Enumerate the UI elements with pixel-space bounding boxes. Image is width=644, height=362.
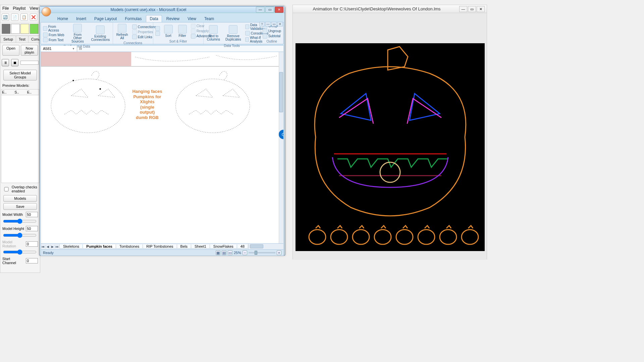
model-rotation-input[interactable] bbox=[26, 241, 38, 247]
tab-prev-button[interactable]: ◀ bbox=[46, 245, 50, 248]
from-text-button[interactable]: From Text bbox=[42, 38, 66, 42]
save-button[interactable]: Save bbox=[3, 203, 37, 210]
preview-models-table[interactable]: E.. S.. E.. bbox=[1, 89, 39, 183]
model-height-label: Model Height bbox=[2, 227, 24, 231]
office-button[interactable] bbox=[42, 7, 51, 16]
from-web-button[interactable]: From Web bbox=[42, 33, 66, 37]
ungroup-button[interactable]: Ungroup bbox=[262, 29, 282, 34]
zoom-value: 25% bbox=[234, 251, 241, 255]
tab-test[interactable]: Test bbox=[16, 36, 29, 43]
model-width-slider[interactable] bbox=[3, 219, 37, 224]
horizontal-scrollbar[interactable] bbox=[248, 244, 283, 249]
ribbon-pagelayout[interactable]: Page Layout bbox=[91, 15, 120, 22]
from-access-button[interactable]: From Access bbox=[42, 25, 66, 32]
sheet-tab-48[interactable]: 48 bbox=[237, 244, 248, 249]
menu-view[interactable]: View bbox=[30, 6, 38, 11]
view-layout-icon[interactable]: ▤ bbox=[222, 250, 226, 255]
select-model-groups-button[interactable]: Select Model Groups bbox=[3, 70, 37, 80]
menu-file[interactable]: File bbox=[2, 6, 9, 11]
zoom-out-button[interactable]: − bbox=[243, 250, 247, 255]
toolbar-btn-4[interactable]: ❌ bbox=[30, 13, 37, 21]
ribbon-view[interactable]: View bbox=[184, 15, 200, 22]
swatch-white[interactable] bbox=[11, 24, 20, 34]
wb-restore[interactable]: ▭ bbox=[271, 22, 277, 26]
model-height-input[interactable] bbox=[26, 226, 38, 231]
tab-last-button[interactable]: ⏭ bbox=[55, 245, 60, 248]
animation-canvas bbox=[296, 43, 485, 251]
swatch-green[interactable] bbox=[30, 24, 39, 34]
from-other-sources-button[interactable]: From Other Sources bbox=[67, 23, 88, 44]
zoom-in-button[interactable]: + bbox=[277, 250, 281, 255]
clear-button: Clear bbox=[190, 24, 212, 28]
fx-icon[interactable]: fx bbox=[77, 47, 84, 51]
filter-button[interactable]: Filter bbox=[176, 24, 189, 38]
menu-playlist[interactable]: Playlist bbox=[13, 6, 25, 11]
sheet-tab-pumpkin-faces[interactable]: Pumpkin faces bbox=[83, 244, 116, 249]
tab-next-button[interactable]: ▶ bbox=[50, 245, 55, 248]
col-s[interactable]: S.. bbox=[14, 89, 26, 95]
anim-close-button[interactable]: ✕ bbox=[477, 6, 485, 12]
zoom-slider[interactable] bbox=[249, 252, 275, 253]
open-button[interactable]: Open bbox=[2, 45, 19, 56]
view-normal-icon[interactable]: ▦ bbox=[216, 250, 220, 255]
col-e1[interactable]: E.. bbox=[1, 89, 14, 95]
worksheet-area[interactable]: Hanging faces Pumpkins for Xlights (sing… bbox=[41, 52, 284, 244]
model-width-input[interactable] bbox=[26, 212, 38, 217]
menubar: File Playlist View Audi bbox=[0, 5, 40, 12]
sort-button[interactable]: Sort bbox=[162, 24, 175, 38]
svg-rect-0 bbox=[41, 52, 131, 66]
ribbon-data[interactable]: Data bbox=[146, 15, 162, 22]
refresh-all-button[interactable]: Refresh All bbox=[114, 23, 130, 41]
view-break-icon[interactable]: ▭ bbox=[228, 250, 232, 255]
name-box[interactable]: A581▼ bbox=[41, 46, 77, 52]
workbook-window-buttons: ? — ▭ ✕ bbox=[259, 22, 283, 26]
models-button[interactable]: Models bbox=[3, 195, 37, 202]
minimize-button[interactable]: — bbox=[256, 7, 265, 13]
toolbar-btn-3[interactable]: 📋 bbox=[20, 13, 28, 21]
start-channel-input[interactable] bbox=[26, 258, 38, 263]
svg-point-2 bbox=[51, 79, 125, 133]
maximize-button[interactable]: ▭ bbox=[265, 7, 274, 13]
existing-connections-button[interactable]: Existing Connections bbox=[89, 25, 111, 42]
ribbon-insert[interactable]: Insert bbox=[72, 15, 90, 22]
data-tools-group-label: Data Tools bbox=[205, 43, 259, 48]
model-rotation-label: Model Rotation bbox=[2, 240, 24, 248]
ribbon-team[interactable]: Team bbox=[201, 15, 218, 22]
sheet-tab-tombstones[interactable]: Tombstones bbox=[116, 244, 143, 249]
ribbon-home[interactable]: Home bbox=[54, 15, 72, 22]
vertical-scrollbar[interactable] bbox=[279, 52, 283, 243]
properties-button: Properties bbox=[131, 29, 157, 34]
now-playing-button[interactable]: Now playin bbox=[21, 45, 38, 56]
stop-button[interactable]: ⏹ bbox=[11, 59, 18, 66]
tab-setup[interactable]: Setup bbox=[0, 36, 16, 43]
playback-progress[interactable] bbox=[20, 61, 39, 65]
col-e2[interactable]: E.. bbox=[26, 89, 39, 95]
ribbon-tabs: Home Insert Page Layout Formulas Data Re… bbox=[40, 13, 285, 22]
anim-minimize-button[interactable]: — bbox=[459, 6, 467, 12]
anim-maximize-button[interactable]: ▭ bbox=[468, 6, 476, 12]
ribbon-formulas[interactable]: Formulas bbox=[121, 15, 145, 22]
remove-duplicates-button[interactable]: Remove Duplicates bbox=[223, 24, 243, 42]
sheet-tab-bels[interactable]: Bels bbox=[177, 244, 191, 249]
close-button[interactable]: ✕ bbox=[275, 7, 283, 13]
sheet-tab-skeletons[interactable]: Skeletons bbox=[59, 244, 83, 249]
wb-minimize[interactable]: — bbox=[265, 22, 271, 26]
help-button[interactable]: ? bbox=[259, 22, 265, 26]
swatch-gray[interactable] bbox=[2, 24, 10, 34]
ribbon-review[interactable]: Review bbox=[163, 15, 183, 22]
tab-first-button[interactable]: ⏮ bbox=[41, 245, 46, 248]
sheet-tab-rip-tombstones[interactable]: RIP Tombstones bbox=[143, 244, 177, 249]
pause-button[interactable]: ⏸ bbox=[2, 59, 9, 66]
overlap-checkbox[interactable] bbox=[2, 187, 10, 191]
subtotal-button[interactable]: Subtotal bbox=[262, 34, 282, 39]
svg-point-10 bbox=[331, 230, 347, 244]
toolbar-btn-1[interactable]: 🔄 bbox=[2, 13, 9, 21]
sheet-tab-snowflakes[interactable]: SnowFlakes bbox=[210, 244, 237, 249]
model-rotation-slider[interactable] bbox=[3, 249, 37, 255]
sheet-tab-sheet1[interactable]: Sheet1 bbox=[191, 244, 210, 249]
wb-close[interactable]: ✕ bbox=[277, 22, 283, 26]
swatch-yellow[interactable] bbox=[20, 24, 29, 34]
svg-point-12 bbox=[374, 230, 391, 244]
toolbar-btn-2[interactable]: 📄 bbox=[11, 13, 18, 21]
model-height-slider[interactable] bbox=[3, 233, 37, 238]
